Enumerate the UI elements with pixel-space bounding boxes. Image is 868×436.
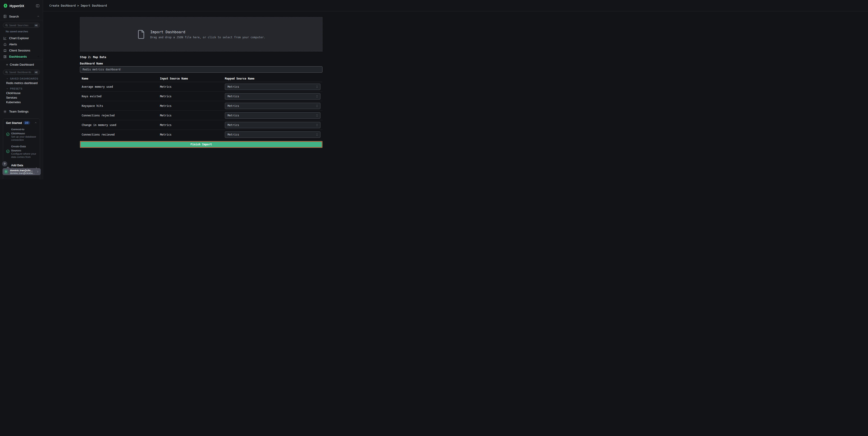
step-label: Step 2: Map Data: [80, 56, 322, 59]
chevron-updown-icon: [316, 133, 318, 136]
collapse-sidebar-icon[interactable]: [36, 4, 40, 8]
get-started-title: Get Started: [6, 121, 22, 125]
table-row: Keyspace hits Metrics Metrics: [80, 101, 322, 111]
plus-icon: [6, 63, 8, 66]
get-started-item-data-sources[interactable]: Create Data Sources Configure where your…: [6, 144, 37, 158]
chevron-right-icon: [36, 170, 39, 173]
sidebar-item-kubernetes-preset[interactable]: Kubernetes: [6, 101, 43, 104]
sidebar: HyperDX Search ⌘K No saved searches Char…: [0, 0, 43, 179]
json-dropzone[interactable]: Import Dashboard Drag and drop a JSON fi…: [80, 17, 322, 52]
chevron-updown-icon: [316, 123, 318, 127]
row-name: Connections rejected: [80, 114, 160, 117]
table-row: Average memory used Metrics Metrics: [80, 82, 322, 92]
user-info: dominic.tran@clic... dominic.tran@clickh…: [10, 169, 35, 174]
select-value: Metrics: [227, 133, 316, 136]
saved-searches-search[interactable]: ⌘K: [3, 23, 40, 28]
table-row: Connections rejected Metrics Metrics: [80, 111, 322, 120]
select-value: Metrics: [227, 85, 316, 88]
select-value: Metrics: [227, 123, 316, 127]
mapping-table: Name Input Source Name Mapped Source Nam…: [80, 75, 322, 139]
sidebar-item-team-settings[interactable]: Team Settings: [0, 109, 43, 115]
chart-icon: [3, 36, 7, 40]
breadcrumb-import-dashboard[interactable]: Import Dashboard: [81, 4, 107, 7]
mapped-source-select[interactable]: Metrics: [225, 122, 320, 128]
bell-icon: [3, 42, 7, 46]
saved-searches-input[interactable]: [9, 24, 33, 27]
search-icon: [5, 71, 8, 74]
saved-dashboards-input[interactable]: [9, 71, 33, 74]
sidebar-item-client-sessions[interactable]: Client Sessions: [0, 48, 43, 54]
col-header-mapped-source: Mapped Source Name: [225, 77, 322, 80]
row-input-source: Metrics: [160, 114, 225, 117]
row-input-source: Metrics: [160, 123, 225, 127]
saved-dashboards-group-header[interactable]: SAVED DASHBOARDS: [6, 77, 43, 80]
search-icon: [5, 24, 8, 27]
user-name: dominic.tran@clic...: [10, 169, 35, 172]
sidebar-header: HyperDX: [0, 0, 43, 11]
mapped-source-select[interactable]: Metrics: [225, 84, 320, 90]
get-started-item-connect[interactable]: Connect to ClickHouse Set up your databa…: [6, 127, 37, 142]
dropzone-subtitle: Drag and drop a JSON file here, or click…: [150, 36, 266, 39]
col-header-input-source: Input Source Name: [160, 77, 225, 80]
check-circle-icon: [6, 132, 10, 136]
avatar: D: [4, 169, 8, 174]
sidebar-item-redis-metrics-dashboard[interactable]: Redis metrics dashboard: [6, 82, 43, 85]
row-name: Average memory used: [80, 85, 160, 88]
chevron-down-icon: [6, 87, 8, 90]
sidebar-item-search[interactable]: Search: [0, 13, 43, 20]
search-section-body: ⌘K No saved searches: [0, 20, 43, 35]
finish-import-button[interactable]: Finish Import: [80, 141, 322, 148]
brand[interactable]: HyperDX: [3, 3, 24, 8]
file-icon: [137, 29, 145, 39]
create-dashboard-button[interactable]: Create Dashboard: [0, 61, 43, 68]
presets-group-header[interactable]: PRESETS: [6, 87, 43, 90]
dropzone-title: Import Dashboard: [150, 30, 266, 34]
sidebar-item-services-preset[interactable]: Services: [6, 96, 43, 99]
hyperdx-logo-icon: [3, 3, 8, 8]
brand-name: HyperDX: [9, 4, 24, 8]
chevron-up-icon: [37, 55, 40, 58]
mapped-source-select[interactable]: Metrics: [225, 112, 320, 119]
dashboard-name-input[interactable]: [80, 66, 322, 73]
import-container: Import Dashboard Drag and drop a JSON fi…: [80, 17, 322, 148]
table-row: Connections recieved Metrics Metrics: [80, 130, 322, 139]
saved-dashboards-search[interactable]: ⌘K: [3, 70, 40, 75]
breadcrumb-create-dashboard[interactable]: Create Dashboard: [50, 4, 76, 7]
chevron-updown-icon: [316, 104, 318, 108]
no-saved-searches-text: No saved searches: [6, 30, 40, 33]
group-header-label: SAVED DASHBOARDS: [10, 77, 38, 80]
sidebar-item-chart-explorer[interactable]: Chart Explorer: [0, 35, 43, 41]
shortcut-badge: ⌘K: [34, 24, 38, 27]
sidebar-item-dashboards[interactable]: Dashboards: [0, 54, 43, 60]
get-started-progress-badge: 2/3: [24, 121, 30, 125]
chevron-updown-icon: [316, 95, 318, 98]
shortcut-badge: ⌘K: [34, 70, 38, 74]
breadcrumb: Create Dashboard > Import Dashboard: [50, 4, 107, 7]
user-email: dominic.tran@clickho...: [10, 172, 35, 174]
team-settings-label: Team Settings: [9, 110, 40, 113]
logs-icon: [3, 14, 7, 18]
chevron-updown-icon: [316, 85, 318, 88]
mapped-source-select[interactable]: Metrics: [225, 93, 320, 99]
dropzone-inner: Import Dashboard Drag and drop a JSON fi…: [137, 29, 266, 39]
sidebar-item-clickhouse-preset[interactable]: ClickHouse: [6, 92, 43, 95]
row-name: Keys evicted: [80, 95, 160, 98]
row-name: Connections recieved: [80, 133, 160, 136]
user-menu[interactable]: D dominic.tran@clic... dominic.tran@clic…: [2, 168, 41, 175]
mapped-source-select[interactable]: Metrics: [225, 103, 320, 109]
chevron-down-icon: [6, 78, 8, 80]
col-header-name: Name: [80, 77, 160, 80]
sidebar-item-alerts[interactable]: Alerts: [0, 41, 43, 48]
get-started-header[interactable]: Get Started 2/3: [6, 119, 37, 125]
nav-label: Chart Explorer: [9, 36, 40, 40]
get-started-item-desc: Configure where your data comes from: [11, 152, 37, 158]
row-input-source: Metrics: [160, 133, 225, 136]
nav-label: Client Sessions: [9, 49, 40, 52]
main-content: Import Dashboard Drag and drop a JSON fi…: [43, 11, 357, 179]
dashboard-icon: [3, 55, 7, 59]
topbar: Create Dashboard > Import Dashboard: [43, 0, 357, 11]
mapped-source-select[interactable]: Metrics: [225, 132, 320, 138]
get-started-item-title: Add Data: [11, 164, 23, 167]
help-button[interactable]: ?: [2, 161, 7, 167]
nav-label: Alerts: [9, 42, 40, 46]
